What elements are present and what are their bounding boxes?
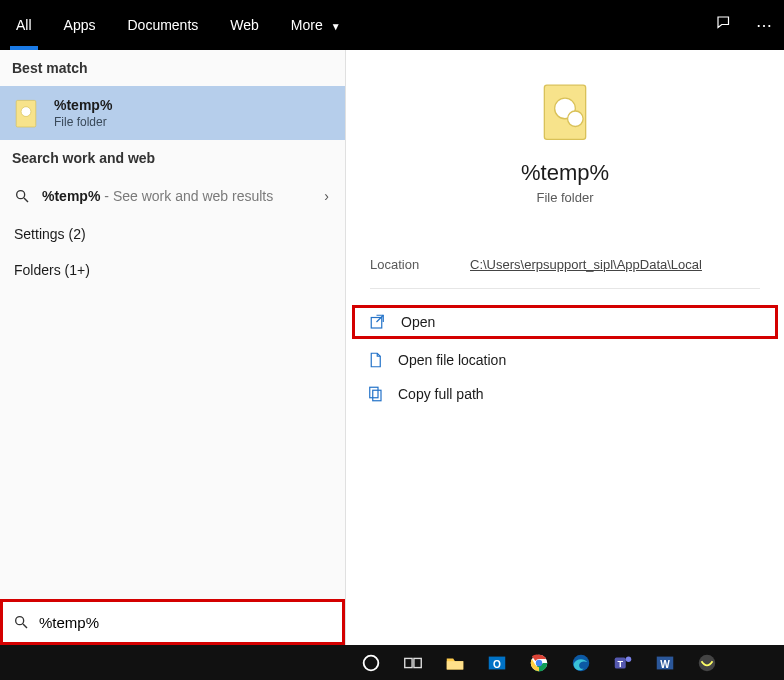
search-web-label: Search work and web xyxy=(0,140,345,176)
svg-point-10 xyxy=(16,617,24,625)
chevron-right-icon: › xyxy=(324,188,329,204)
search-icon xyxy=(14,188,30,204)
svg-point-1 xyxy=(21,107,31,117)
best-match-result[interactable]: %temp% File folder xyxy=(0,86,345,140)
location-path[interactable]: C:\Users\erpsupport_sipl\AppData\Local xyxy=(470,257,702,272)
action-open-label: Open xyxy=(401,314,435,330)
taskbar-edge[interactable] xyxy=(561,648,601,678)
svg-rect-8 xyxy=(370,387,378,398)
web-search-suggestion[interactable]: %temp% - See work and web results › xyxy=(0,176,345,216)
location-label: Location xyxy=(370,257,470,272)
web-query-text: %temp% xyxy=(42,188,100,204)
tab-documents[interactable]: Documents xyxy=(111,0,214,50)
folder-icon xyxy=(538,80,592,142)
best-match-label: Best match xyxy=(0,50,345,86)
action-open[interactable]: Open xyxy=(352,305,778,339)
svg-line-11 xyxy=(23,624,27,628)
taskbar-snip[interactable] xyxy=(687,648,727,678)
location-row: Location C:\Users\erpsupport_sipl\AppDat… xyxy=(370,257,760,289)
file-location-icon xyxy=(366,351,384,369)
preview-title: %temp% xyxy=(521,160,609,186)
results-panel: Best match %temp% File folder Search wor… xyxy=(0,50,345,645)
svg-line-3 xyxy=(24,198,28,202)
svg-rect-14 xyxy=(414,658,421,667)
svg-point-19 xyxy=(536,659,542,665)
taskbar-left-bg xyxy=(0,645,345,680)
chevron-down-icon: ▼ xyxy=(331,21,341,32)
action-copy-path[interactable]: Copy full path xyxy=(346,377,784,411)
svg-point-26 xyxy=(699,654,716,671)
action-copy-path-label: Copy full path xyxy=(398,386,484,402)
web-query-hint: - See work and web results xyxy=(104,188,273,204)
tab-more[interactable]: More ▼ xyxy=(275,0,357,50)
search-icon xyxy=(13,614,29,630)
svg-text:T: T xyxy=(617,658,623,668)
best-match-subtitle: File folder xyxy=(54,115,112,129)
taskbar-taskview[interactable] xyxy=(393,648,433,678)
svg-rect-13 xyxy=(405,658,412,667)
taskbar-teams[interactable]: T xyxy=(603,648,643,678)
tab-web[interactable]: Web xyxy=(214,0,275,50)
settings-group[interactable]: Settings (2) xyxy=(0,216,345,252)
taskbar-cortana[interactable] xyxy=(351,648,391,678)
svg-point-6 xyxy=(568,111,584,127)
svg-text:W: W xyxy=(660,658,670,669)
tab-more-label: More xyxy=(291,17,323,33)
best-match-title: %temp% xyxy=(54,97,112,113)
action-open-location-label: Open file location xyxy=(398,352,506,368)
open-icon xyxy=(369,313,387,331)
svg-point-2 xyxy=(17,191,25,199)
feedback-icon[interactable] xyxy=(704,14,744,36)
action-open-location[interactable]: Open file location xyxy=(346,343,784,377)
svg-rect-15 xyxy=(447,661,464,669)
taskbar-outlook[interactable]: O xyxy=(477,648,517,678)
svg-rect-9 xyxy=(373,390,381,401)
svg-point-23 xyxy=(626,656,632,662)
tab-apps[interactable]: Apps xyxy=(48,0,112,50)
preview-subtitle: File folder xyxy=(536,190,593,205)
search-scope-tabs: All Apps Documents Web More ▼ ⋯ xyxy=(0,0,784,50)
taskbar-word[interactable]: W xyxy=(645,648,685,678)
preview-panel: %temp% File folder Location C:\Users\erp… xyxy=(345,50,784,645)
taskbar-file-explorer[interactable] xyxy=(435,648,475,678)
search-input[interactable] xyxy=(39,614,332,631)
svg-point-12 xyxy=(364,655,379,670)
taskbar: O T W xyxy=(345,645,784,680)
folders-group[interactable]: Folders (1+) xyxy=(0,252,345,288)
start-search-box[interactable] xyxy=(0,599,345,645)
taskbar-chrome[interactable] xyxy=(519,648,559,678)
tab-all[interactable]: All xyxy=(0,0,48,50)
more-options-icon[interactable]: ⋯ xyxy=(744,16,784,35)
copy-icon xyxy=(366,385,384,403)
folder-icon xyxy=(12,96,40,130)
svg-text:O: O xyxy=(493,658,501,669)
